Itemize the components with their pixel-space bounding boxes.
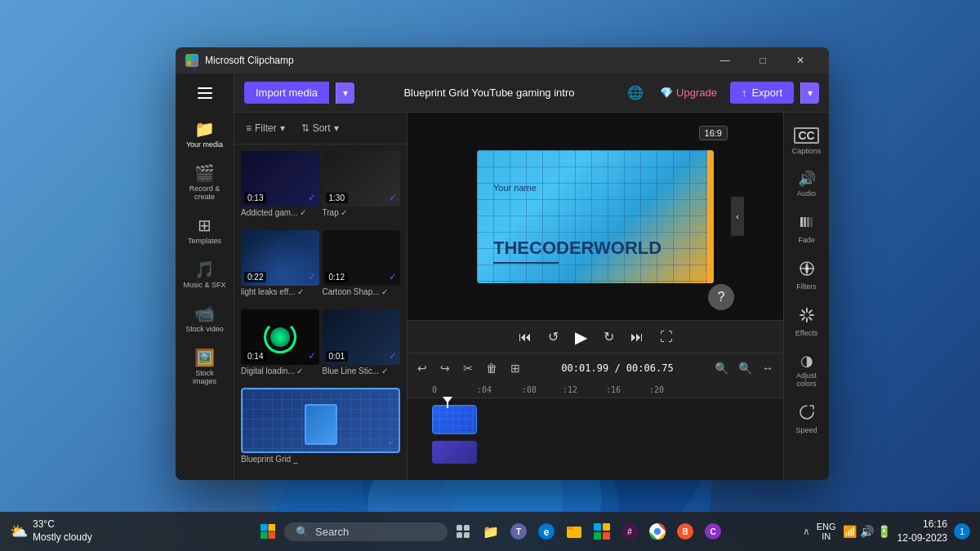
search-icon: 🔍 <box>296 526 309 538</box>
taskbar-icon-microsoft-store[interactable] <box>590 519 614 544</box>
windows-logo-icon <box>260 523 276 540</box>
sidebar-item-stock-video[interactable]: 📹 Stock video <box>176 297 234 341</box>
taskbar-icon-explorer[interactable]: 📁 <box>479 519 503 544</box>
cut-button[interactable]: ✂ <box>460 358 476 378</box>
record-create-icon: 🎬 <box>194 165 215 181</box>
svg-rect-27 <box>269 532 276 540</box>
wifi-icon[interactable]: 📶 <box>843 525 857 538</box>
battery-icon[interactable]: 🔋 <box>877 525 891 538</box>
media-item-3[interactable]: 0:22 ✓ light leaks eff... ✓ <box>241 230 319 306</box>
filter-chevron-icon: ▾ <box>280 122 285 134</box>
system-clock[interactable]: 16:16 12-09-2023 <box>898 518 947 545</box>
fade-panel-item[interactable]: Fade <box>784 206 829 252</box>
split-button[interactable]: ⊞ <box>507 358 523 378</box>
svg-text:e: e <box>544 527 550 538</box>
import-media-button[interactable]: Import media <box>244 82 329 104</box>
store-icon <box>593 522 611 540</box>
svg-rect-37 <box>567 527 573 530</box>
taskbar-icon-chrome[interactable] <box>645 519 670 544</box>
media-item-5[interactable]: 0:14 ✓ Digital loadin... ✓ <box>241 309 319 385</box>
delete-button[interactable]: 🗑 <box>483 358 501 378</box>
minimize-button[interactable]: — <box>706 47 744 73</box>
search-bar[interactable]: 🔍 Search <box>284 522 448 541</box>
playhead-indicator <box>443 397 452 403</box>
svg-line-23 <box>808 310 811 313</box>
filters-panel-item[interactable]: Filters <box>784 252 829 299</box>
sidebar-item-record-create[interactable]: 🎬 Record &create <box>176 157 234 209</box>
collapse-right-panel-button[interactable]: ‹ <box>731 197 744 236</box>
audio-panel-item[interactable]: 🔊 Audio <box>784 163 829 206</box>
forward-5s-button[interactable]: ↻ <box>600 326 617 348</box>
effects-label: Effects <box>795 329 817 337</box>
media-item-6[interactable]: 0:01 ✓ Blue Line Stic... ✓ <box>323 309 401 385</box>
notification-badge[interactable]: 1 <box>954 523 970 540</box>
taskbar-icon-clipchamp[interactable]: C <box>701 519 725 544</box>
taskbar-icon-edge[interactable]: e <box>534 519 559 544</box>
system-icons: 📶 🔊 🔋 <box>843 525 891 538</box>
sidebar-item-stock-images[interactable]: 🖼️ Stockimages <box>176 341 234 393</box>
import-dropdown-button[interactable]: ▾ <box>336 82 354 104</box>
media-item-4[interactable]: 0:12 ✓ Cartoon Shap... ✓ <box>323 230 401 306</box>
upgrade-button[interactable]: 💎 Upgrade <box>653 83 724 102</box>
ruler-mark-12: :12 <box>563 385 577 394</box>
brave-icon: B <box>676 522 694 540</box>
start-button[interactable] <box>255 518 281 544</box>
system-tray-expand[interactable]: ∧ <box>803 526 810 537</box>
zoom-out-button[interactable]: 🔍 <box>711 358 732 378</box>
taskbar-icon-taskview[interactable] <box>451 519 475 544</box>
export-dropdown-button[interactable]: ▾ <box>800 82 819 104</box>
toolbar-icons: 🌐 💎 Upgrade ↑ Export ▾ <box>624 82 819 104</box>
fit-to-window-button[interactable]: ↔ <box>759 358 777 378</box>
svg-line-21 <box>808 318 811 320</box>
audio-label: Audio <box>797 189 816 198</box>
hamburger-line-2 <box>198 92 212 94</box>
skip-to-end-button[interactable]: ⏭ <box>627 327 647 348</box>
redo-button[interactable]: ↪ <box>437 358 453 378</box>
language-indicator[interactable]: ENG IN <box>817 522 836 541</box>
help-button[interactable]: ? <box>708 284 734 310</box>
svg-text:#: # <box>627 527 632 536</box>
media-item-1[interactable]: 0:13 ✓ Addicted gam... ✓ <box>241 151 319 227</box>
svg-rect-39 <box>603 523 610 531</box>
hamburger-button[interactable] <box>189 80 221 106</box>
wifi-button[interactable]: 🌐 <box>624 82 647 104</box>
taskbar-icon-file-explorer[interactable] <box>562 519 586 544</box>
effects-panel-item[interactable]: Effects <box>784 299 829 345</box>
sidebar-item-your-media[interactable]: 📁 Your media <box>176 113 234 157</box>
filter-button[interactable]: ≡ Filter ▾ <box>241 119 290 137</box>
clock-date: 12-09-2023 <box>898 531 947 545</box>
rewind-5s-button[interactable]: ↺ <box>545 326 562 348</box>
stock-images-icon: 🖼️ <box>194 349 215 366</box>
taskbar-icon-brave[interactable]: B <box>673 519 697 544</box>
media-duration-1: 0:13 <box>244 193 266 203</box>
taskbar-icon-slack[interactable]: # <box>617 519 642 544</box>
sidebar-item-templates[interactable]: ⊞ Templates <box>176 209 234 253</box>
svg-rect-10 <box>800 217 803 227</box>
video-track-clip[interactable] <box>432 405 477 434</box>
audio-track-clip[interactable] <box>432 441 477 464</box>
media-item-2[interactable]: 1:30 ✓ Trap ✓ <box>323 151 401 227</box>
svg-rect-13 <box>810 217 813 227</box>
media-check-6: ✓ <box>389 350 397 362</box>
play-pause-button[interactable]: ▶ <box>572 324 590 350</box>
skip-to-start-button[interactable]: ⏮ <box>515 327 535 348</box>
adjust-colors-panel-item[interactable]: ◑ Adjustcolors <box>784 345 829 396</box>
sort-button[interactable]: ⇅ Sort ▾ <box>296 119 344 137</box>
speed-panel-item[interactable]: Speed <box>784 396 829 442</box>
volume-icon[interactable]: 🔊 <box>860 525 874 538</box>
export-button[interactable]: ↑ Export <box>730 82 794 104</box>
maximize-button[interactable]: □ <box>744 47 782 73</box>
media-item-7[interactable]: ✓ Blueprint Grid _ <box>241 388 400 473</box>
zoom-in-button[interactable]: 🔍 <box>735 358 755 378</box>
fade-icon <box>799 214 815 233</box>
fullscreen-button[interactable]: ⛶ <box>657 327 676 348</box>
close-button[interactable]: ✕ <box>782 47 819 73</box>
project-title: Blueprint Grid YouTube gaming intro <box>361 87 617 99</box>
captions-panel-item[interactable]: CC Captions <box>784 119 829 163</box>
sidebar-item-music-sfx[interactable]: 🎵 Music & SFX <box>176 253 234 297</box>
undo-button[interactable]: ↩ <box>414 358 430 378</box>
preview-area: Your name THECODERWORLD 16:9 ‹ ? <box>408 113 783 320</box>
svg-rect-26 <box>261 532 268 540</box>
taskbar-icon-teams[interactable]: T <box>506 519 531 544</box>
weather-widget[interactable]: ⛅ 33°C Mostly cloudy <box>10 518 92 544</box>
